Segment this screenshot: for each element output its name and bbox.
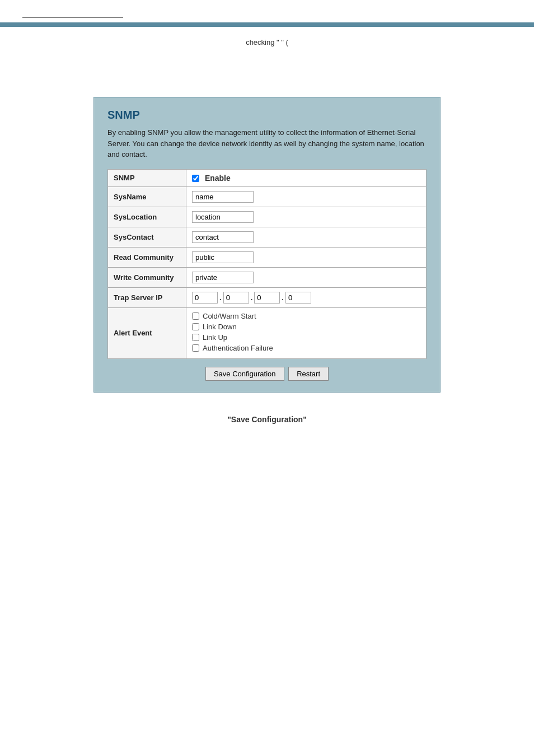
cell-trap-server-ip: . . . [186, 287, 427, 307]
snmp-table: SNMP Enable SysName SysLocation [107, 169, 427, 359]
table-row-write-community: Write Community [108, 267, 427, 287]
table-row-trap-server-ip: Trap Server IP . . . [108, 287, 427, 307]
alert-cold-warm-label: Cold/Warm Start [203, 312, 256, 320]
save-configuration-button[interactable]: Save Configuration [205, 367, 284, 381]
main-content: SNMP By enabling SNMP you allow the mana… [0, 97, 534, 393]
syslocation-input[interactable] [192, 211, 254, 223]
cell-write-community [186, 267, 427, 287]
snmp-enable-checkbox[interactable] [192, 175, 199, 182]
checking-suffix-label: " ( [281, 38, 288, 46]
alert-auth-failure-label: Authentication Failure [203, 344, 273, 352]
trap-ip-octet1[interactable] [192, 292, 218, 304]
table-row-syslocation: SysLocation [108, 207, 427, 227]
trap-dot-2: . [251, 293, 253, 302]
trap-ip-octet3[interactable] [254, 292, 280, 304]
table-row-read-community: Read Community [108, 247, 427, 267]
header-bar [0, 22, 534, 27]
snmp-panel: SNMP By enabling SNMP you allow the mana… [93, 97, 441, 393]
alert-cold-warm-start[interactable]: Cold/Warm Start [192, 312, 420, 320]
button-row: Save Configuration Restart [107, 367, 427, 381]
cell-syslocation [186, 207, 427, 227]
cell-snmp-enable: Enable [186, 169, 427, 186]
checkbox-link-up[interactable] [192, 334, 199, 341]
checking-note: checking " " ( [0, 27, 534, 52]
checkbox-cold-warm-start[interactable] [192, 312, 199, 320]
trap-ip-group: . . . [192, 292, 420, 304]
alert-link-down-label: Link Down [203, 323, 237, 331]
read-community-input[interactable] [192, 251, 254, 263]
checkbox-auth-failure[interactable] [192, 344, 199, 352]
trap-dot-1: . [219, 293, 222, 302]
alert-link-up-label: Link Up [203, 333, 227, 342]
alert-link-down[interactable]: Link Down [192, 323, 420, 331]
table-row-snmp-enable: SNMP Enable [108, 169, 427, 186]
checkbox-link-down[interactable] [192, 323, 199, 330]
trap-dot-3: . [282, 293, 284, 302]
alert-checkboxes: Cold/Warm Start Link Down Link Up [192, 312, 420, 352]
table-row-syscontact: SysContact [108, 227, 427, 247]
snmp-description: By enabling SNMP you allow the managemen… [107, 127, 427, 160]
alert-link-up[interactable]: Link Up [192, 333, 420, 342]
snmp-title: SNMP [107, 109, 427, 122]
label-trap-server-ip: Trap Server IP [108, 287, 186, 307]
restart-button[interactable]: Restart [288, 367, 329, 381]
label-snmp: SNMP [108, 169, 186, 186]
trap-ip-octet4[interactable] [285, 292, 311, 304]
enable-label: Enable [205, 174, 231, 183]
label-alert-event: Alert Event [108, 307, 186, 358]
label-read-community: Read Community [108, 247, 186, 267]
checking-text-label: checking " [246, 38, 279, 46]
label-syscontact: SysContact [108, 227, 186, 247]
cell-alert-event: Cold/Warm Start Link Down Link Up [186, 307, 427, 358]
label-write-community: Write Community [108, 267, 186, 287]
table-row-sysname: SysName [108, 186, 427, 207]
alert-auth-failure[interactable]: Authentication Failure [192, 344, 420, 352]
label-syslocation: SysLocation [108, 207, 186, 227]
label-sysname: SysName [108, 186, 186, 207]
cell-syscontact [186, 227, 427, 247]
syscontact-input[interactable] [192, 231, 254, 243]
write-community-input[interactable] [192, 272, 254, 283]
trap-ip-octet2[interactable] [223, 292, 249, 304]
cell-sysname [186, 186, 427, 207]
table-row-alert-event: Alert Event Cold/Warm Start Link Down [108, 307, 427, 358]
top-divider [22, 17, 123, 18]
footer-note: "Save Configuration" [0, 415, 534, 424]
cell-read-community [186, 247, 427, 267]
sysname-input[interactable] [192, 191, 254, 203]
